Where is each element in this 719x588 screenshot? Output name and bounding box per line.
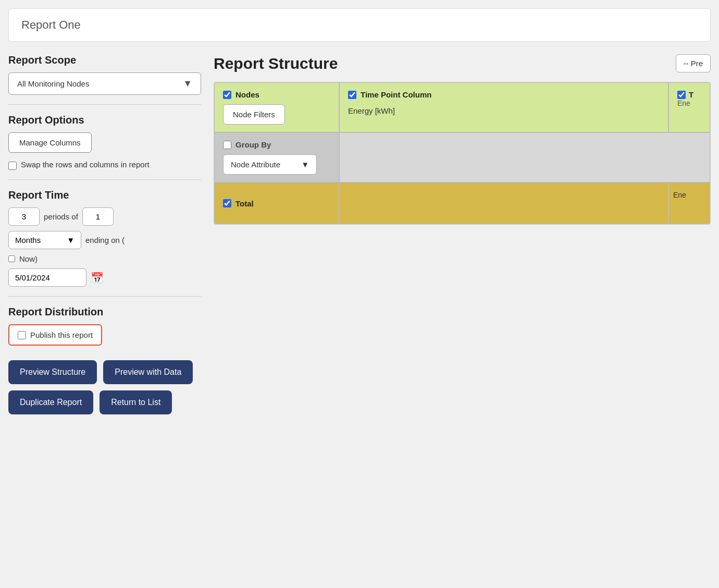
date-input-row: 📅 bbox=[8, 268, 201, 287]
energy-kwh-label: Energy [kWh] bbox=[348, 104, 660, 117]
report-scope-heading: Report Scope bbox=[8, 54, 201, 66]
group-by-chevron-icon: ▼ bbox=[301, 160, 309, 169]
swap-rows-label: Swap the rows and columns in report bbox=[21, 160, 150, 169]
manage-columns-button[interactable]: Manage Columns bbox=[8, 132, 92, 153]
divider-2 bbox=[8, 179, 201, 180]
return-to-list-button[interactable]: Return to List bbox=[100, 390, 172, 414]
report-structure-title: Report Structure bbox=[214, 55, 338, 72]
duplicate-report-label: Duplicate Report bbox=[20, 398, 82, 407]
total-ene-text: Ene bbox=[673, 191, 686, 199]
return-to-list-label: Return to List bbox=[111, 398, 160, 407]
group-by-header: Group By bbox=[223, 140, 330, 149]
time-point2-checkbox[interactable] bbox=[677, 91, 686, 99]
nodes-cell: Nodes Node Filters bbox=[214, 82, 339, 132]
chevron-down-icon: ▼ bbox=[183, 78, 192, 89]
duplicate-report-button[interactable]: Duplicate Report bbox=[8, 390, 93, 414]
periods-row: periods of bbox=[8, 207, 201, 226]
calendar-icon[interactable]: 📅 bbox=[91, 272, 104, 284]
report-options-section: Report Options Manage Columns Swap the r… bbox=[8, 114, 201, 170]
months-chevron-icon: ▼ bbox=[67, 236, 75, 244]
scope-dropdown-value: All Monitoring Nodes bbox=[17, 79, 89, 88]
node-filters-button[interactable]: Node Filters bbox=[223, 104, 285, 125]
node-filters-label: Node Filters bbox=[233, 110, 275, 119]
group-by-label: Group By bbox=[235, 140, 271, 149]
period-length-input[interactable] bbox=[82, 207, 114, 226]
group-by-checkbox[interactable] bbox=[223, 141, 231, 149]
swap-rows-checkbox-row: Swap the rows and columns in report bbox=[8, 160, 201, 170]
periods-of-label: periods of bbox=[44, 212, 78, 221]
nodes-label: Nodes bbox=[235, 90, 259, 99]
preview-with-data-label: Preview with Data bbox=[115, 368, 181, 376]
report-time-heading: Report Time bbox=[8, 189, 201, 201]
structure-grid: Nodes Node Filters Time Point Column Ene… bbox=[214, 82, 711, 225]
time-point-cell2: T Ene bbox=[668, 82, 710, 132]
publish-checkbox[interactable] bbox=[18, 331, 26, 339]
report-distribution-heading: Report Distribution bbox=[8, 306, 201, 318]
node-attribute-label: Node Attribute bbox=[231, 160, 280, 169]
now-row: Now) bbox=[8, 254, 201, 263]
months-dropdown[interactable]: Months ▼ bbox=[8, 231, 81, 249]
report-distribution-section: Report Distribution Publish this report bbox=[8, 306, 201, 346]
report-structure-header: Report Structure -- Pre bbox=[214, 54, 711, 72]
swap-rows-checkbox[interactable] bbox=[8, 162, 17, 170]
time-point-col2-label: T bbox=[689, 90, 693, 99]
group-by-empty-cell bbox=[339, 132, 710, 182]
time-point-cell: Time Point Column Energy [kWh] bbox=[339, 82, 668, 132]
report-time-section: Report Time periods of Months ▼ ending o… bbox=[8, 189, 201, 287]
report-options-heading: Report Options bbox=[8, 114, 201, 126]
pre-button[interactable]: -- Pre bbox=[676, 54, 711, 72]
total-empty-cell bbox=[339, 182, 668, 224]
group-by-dropdown[interactable]: Node Attribute ▼ bbox=[223, 154, 317, 175]
now-checkbox[interactable] bbox=[8, 255, 15, 262]
ene-label-top: Ene bbox=[677, 99, 701, 107]
ending-on-label: ending on ( bbox=[85, 236, 125, 244]
manage-columns-label: Manage Columns bbox=[19, 138, 81, 147]
date-input[interactable] bbox=[8, 268, 86, 287]
months-label: Months bbox=[15, 236, 41, 244]
group-by-cell: Group By Node Attribute ▼ bbox=[214, 132, 339, 182]
divider-1 bbox=[8, 104, 201, 105]
divider-3 bbox=[8, 296, 201, 297]
preview-structure-label: Preview Structure bbox=[20, 368, 85, 376]
left-panel: Report Scope All Monitoring Nodes ▼ Repo… bbox=[8, 54, 201, 414]
nodes-checkbox[interactable] bbox=[223, 91, 231, 99]
months-row: Months ▼ ending on ( bbox=[8, 231, 201, 249]
report-title-bar bbox=[8, 8, 711, 42]
preview-with-data-button[interactable]: Preview with Data bbox=[103, 360, 193, 384]
right-panel: Report Structure -- Pre Nodes Node Filte… bbox=[214, 54, 711, 225]
preview-structure-button[interactable]: Preview Structure bbox=[8, 360, 97, 384]
pre-button-label: -- Pre bbox=[684, 59, 703, 68]
total-checkbox[interactable] bbox=[223, 199, 231, 207]
bottom-buttons: Preview Structure Preview with Data Dupl… bbox=[8, 360, 201, 414]
total-header: Total bbox=[223, 199, 254, 208]
time-point-header2: T bbox=[677, 90, 701, 99]
report-title-input[interactable] bbox=[21, 18, 698, 32]
time-point-column-label: Time Point Column bbox=[361, 90, 431, 99]
publish-label: Publish this report bbox=[30, 330, 93, 339]
time-point-checkbox[interactable] bbox=[348, 91, 356, 99]
report-scope-section: Report Scope All Monitoring Nodes ▼ bbox=[8, 54, 201, 95]
periods-count-input[interactable] bbox=[8, 207, 40, 226]
total-ene-cell: Ene bbox=[668, 182, 710, 224]
publish-checkbox-container: Publish this report bbox=[8, 324, 102, 346]
total-cell: Total bbox=[214, 182, 339, 224]
nodes-header: Nodes bbox=[223, 90, 330, 99]
now-label: Now) bbox=[19, 254, 38, 263]
time-point-header: Time Point Column bbox=[348, 90, 660, 99]
total-label: Total bbox=[235, 199, 254, 208]
scope-dropdown[interactable]: All Monitoring Nodes ▼ bbox=[8, 72, 201, 95]
